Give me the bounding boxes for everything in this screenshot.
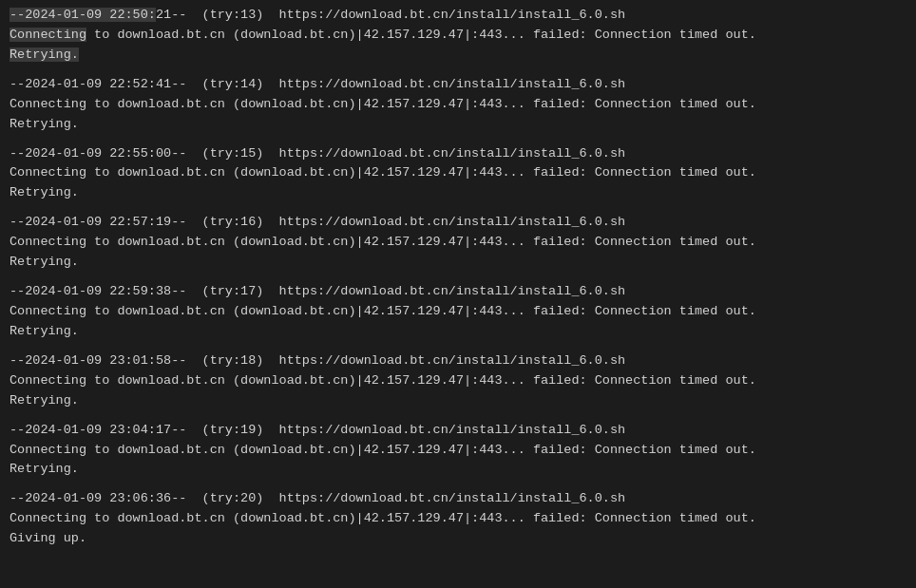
log-line: --2024-01-09 23:06:36-- (try:20) https:/… xyxy=(10,489,906,509)
log-line: --2024-01-09 22:59:38-- (try:17) https:/… xyxy=(10,282,906,302)
log-line: Retrying. xyxy=(10,183,906,203)
highlighted-connecting: Connecting xyxy=(10,28,86,42)
log-block-block14: --2024-01-09 22:52:41-- (try:14) https:/… xyxy=(10,75,906,135)
log-line: Connecting to download.bt.cn (download.b… xyxy=(10,441,906,461)
log-line: Giving up. xyxy=(10,529,906,549)
log-line: --2024-01-09 23:01:58-- (try:18) https:/… xyxy=(10,351,906,371)
log-line: Retrying. xyxy=(10,253,906,273)
log-line: Connecting to download.bt.cn (download.b… xyxy=(10,163,906,183)
log-line: Retrying. xyxy=(10,460,906,480)
log-block-block20: --2024-01-09 23:06:36-- (try:20) https:/… xyxy=(10,489,906,549)
log-line: Retrying. xyxy=(10,391,906,411)
terminal-window: --2024-01-09 22:50:21-- (try:13) https:/… xyxy=(0,0,916,588)
log-line: --2024-01-09 23:04:17-- (try:19) https:/… xyxy=(10,421,906,441)
log-line: Connecting to download.bt.cn (download.b… xyxy=(10,371,906,391)
highlighted-text: --2024-01-09 22:50: xyxy=(10,8,156,22)
log-line: Connecting to download.bt.cn (download.b… xyxy=(10,233,906,253)
log-line: Connecting to download.bt.cn (download.b… xyxy=(10,302,906,322)
log-line: --2024-01-09 22:50:21-- (try:13) https:/… xyxy=(10,6,906,26)
log-block-block19: --2024-01-09 23:04:17-- (try:19) https:/… xyxy=(10,421,906,481)
log-line: --2024-01-09 22:55:00-- (try:15) https:/… xyxy=(10,144,906,164)
log-line: --2024-01-09 22:52:41-- (try:14) https:/… xyxy=(10,75,906,95)
highlighted-retrying: Retrying. xyxy=(10,47,79,62)
log-block-block17: --2024-01-09 22:59:38-- (try:17) https:/… xyxy=(10,282,906,342)
log-block-block18: --2024-01-09 23:01:58-- (try:18) https:/… xyxy=(10,351,906,411)
log-line: --2024-01-09 22:57:19-- (try:16) https:/… xyxy=(10,213,906,233)
log-line: Connecting to download.bt.cn (download.b… xyxy=(10,509,906,529)
log-container: --2024-01-09 22:50:21-- (try:13) https:/… xyxy=(10,6,906,549)
log-block-block16: --2024-01-09 22:57:19-- (try:16) https:/… xyxy=(10,213,906,273)
log-block-block13: --2024-01-09 22:50:21-- (try:13) https:/… xyxy=(10,6,906,66)
log-line: Retrying. xyxy=(10,115,906,135)
log-line: Retrying. xyxy=(10,322,906,342)
log-line: Retrying. xyxy=(10,46,906,66)
log-line: Connecting to download.bt.cn (download.b… xyxy=(10,95,906,115)
log-block-block15: --2024-01-09 22:55:00-- (try:15) https:/… xyxy=(10,144,906,204)
log-line: Connecting to download.bt.cn (download.b… xyxy=(10,26,906,46)
